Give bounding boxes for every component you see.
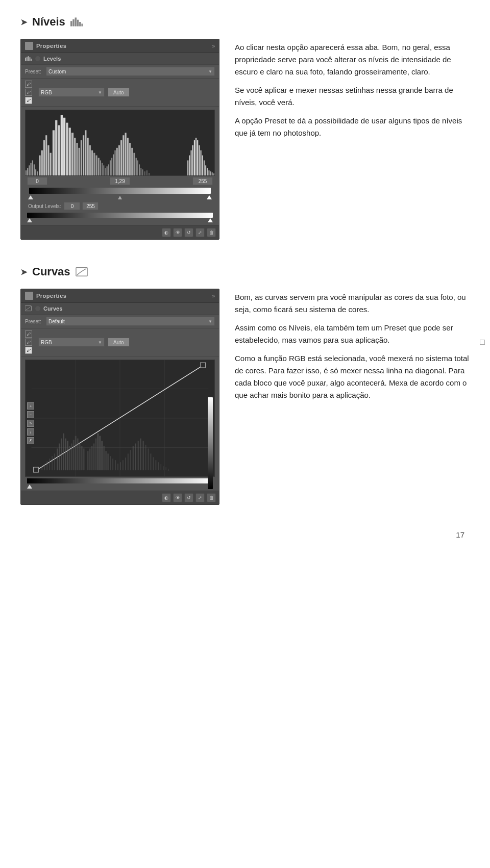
output-level-low[interactable]: 0 xyxy=(64,202,80,210)
output-inputs: 0 255 xyxy=(64,202,99,210)
curves-icon xyxy=(76,267,88,277)
svg-rect-106 xyxy=(57,448,58,470)
svg-rect-117 xyxy=(79,444,81,471)
svg-rect-4 xyxy=(79,22,81,27)
output-black-handle[interactable] xyxy=(27,218,32,222)
svg-rect-15 xyxy=(32,160,33,175)
curves-tool-3[interactable]: ∿ xyxy=(27,420,34,427)
svg-rect-110 xyxy=(65,439,66,470)
output-level-high[interactable]: 255 xyxy=(82,202,99,210)
svg-rect-70 xyxy=(146,170,148,175)
curves-eyedropper-white[interactable]: 🖊 xyxy=(25,347,32,354)
svg-rect-37 xyxy=(83,135,84,175)
curves-expand-button[interactable]: ⤢ xyxy=(195,493,205,502)
svg-rect-98 xyxy=(33,467,38,472)
panel-expand-icon[interactable]: » xyxy=(212,43,215,49)
svg-rect-108 xyxy=(61,439,62,470)
rotate-button[interactable]: ↺ xyxy=(184,228,193,237)
auto-button[interactable]: Auto xyxy=(108,88,130,97)
curves-panel-title: Properties xyxy=(36,293,66,299)
svg-rect-53 xyxy=(113,155,114,175)
svg-rect-84 xyxy=(207,168,208,175)
svg-rect-16 xyxy=(34,164,35,175)
curves-canvas xyxy=(25,360,215,477)
curves-tool-2[interactable]: ~ xyxy=(27,411,34,418)
curves-mask-button[interactable]: ◐ xyxy=(162,493,171,502)
svg-rect-22 xyxy=(45,135,47,175)
preset-row: Preset: Custom ▼ xyxy=(21,65,219,79)
curvas-paragraph-3: Como a função RGB está selecionada, você… xyxy=(235,352,470,401)
svg-rect-80 xyxy=(201,150,202,175)
input-level-high[interactable]: 255 xyxy=(192,177,213,185)
curves-dropdown-arrow: ▼ xyxy=(208,319,212,324)
curves-eye-button[interactable]: 👁 xyxy=(173,493,182,502)
eye-button[interactable]: 👁 xyxy=(173,228,182,237)
svg-rect-148 xyxy=(153,457,154,470)
svg-rect-71 xyxy=(149,173,150,175)
input-level-low[interactable]: 0 xyxy=(27,177,47,185)
preset-dropdown[interactable]: Custom ▼ xyxy=(46,67,215,76)
svg-rect-113 xyxy=(71,444,72,471)
svg-rect-76 xyxy=(194,140,195,175)
input-gradient-slider[interactable] xyxy=(29,188,211,194)
eyedropper-white[interactable]: 🖊 xyxy=(25,97,32,104)
channel-dropdown[interactable]: RGB ▼ xyxy=(38,88,105,97)
svg-rect-59 xyxy=(125,133,127,175)
curves-tool-4[interactable]: / xyxy=(27,428,34,436)
curves-channel-dropdown[interactable]: RGB ▼ xyxy=(38,338,105,347)
svg-rect-40 xyxy=(89,145,91,175)
curvas-section: ➤ Curvas Properties » xyxy=(20,265,470,505)
curves-auto-button[interactable]: Auto xyxy=(108,338,130,347)
svg-rect-41 xyxy=(91,150,93,175)
curves-eyedropper-black[interactable]: 🖊 xyxy=(25,330,32,338)
svg-rect-7 xyxy=(27,57,28,61)
svg-rect-142 xyxy=(138,441,139,470)
svg-rect-79 xyxy=(199,145,200,175)
channel-value: RGB xyxy=(41,90,52,95)
mask-button[interactable]: ◐ xyxy=(162,228,171,237)
curves-rotate-button[interactable]: ↺ xyxy=(184,493,193,502)
input-levels-row: 0 1,29 255 xyxy=(25,176,215,186)
preset-value: Custom xyxy=(48,69,66,74)
curves-rgb-auto-row: 🖊 🖊 🖊 RGB ▼ Auto xyxy=(21,328,219,356)
output-white-handle[interactable] xyxy=(208,218,213,222)
svg-rect-119 xyxy=(83,448,85,470)
curves-panel-expand[interactable]: » xyxy=(212,293,215,299)
white-point-handle[interactable] xyxy=(207,195,212,199)
curves-trash-button[interactable]: 🗑 xyxy=(207,493,216,502)
expand-button[interactable]: ⤢ xyxy=(195,228,205,237)
svg-rect-45 xyxy=(100,160,101,175)
eyedropper-black[interactable]: 🖊 xyxy=(25,81,32,88)
svg-rect-100 xyxy=(41,466,42,470)
svg-rect-3 xyxy=(77,20,79,27)
curves-tool-5[interactable]: ✗ xyxy=(27,437,34,444)
svg-rect-118 xyxy=(81,446,83,471)
svg-rect-47 xyxy=(103,165,104,175)
svg-rect-13 xyxy=(29,165,30,175)
input-level-mid[interactable]: 1,29 xyxy=(110,177,130,185)
curves-circle-icon xyxy=(35,306,40,311)
svg-rect-115 xyxy=(75,436,77,470)
svg-rect-130 xyxy=(107,453,109,470)
svg-rect-128 xyxy=(103,446,105,471)
svg-rect-144 xyxy=(143,441,144,470)
curves-tools: + ~ ∿ / ✗ xyxy=(27,402,34,444)
curves-bottom-black[interactable] xyxy=(27,484,32,489)
svg-rect-6 xyxy=(25,58,26,61)
svg-rect-58 xyxy=(122,135,124,175)
svg-rect-28 xyxy=(61,115,63,175)
midtone-handle[interactable] xyxy=(118,196,122,199)
curves-preset-label: Preset: xyxy=(25,319,43,324)
black-point-handle[interactable] xyxy=(28,195,33,199)
svg-rect-78 xyxy=(197,140,198,175)
svg-rect-99 xyxy=(201,363,206,368)
curves-tool-1[interactable]: + xyxy=(27,402,34,410)
svg-rect-14 xyxy=(31,163,32,175)
curves-preset-dropdown[interactable]: Default ▼ xyxy=(46,317,215,326)
svg-rect-33 xyxy=(74,138,76,175)
output-gradient-bar xyxy=(27,213,213,218)
curves-eyedropper-gray[interactable]: 🖊 xyxy=(25,339,32,346)
svg-rect-127 xyxy=(101,441,103,470)
eyedropper-gray[interactable]: 🖊 xyxy=(25,89,32,96)
trash-button[interactable]: 🗑 xyxy=(207,228,216,237)
